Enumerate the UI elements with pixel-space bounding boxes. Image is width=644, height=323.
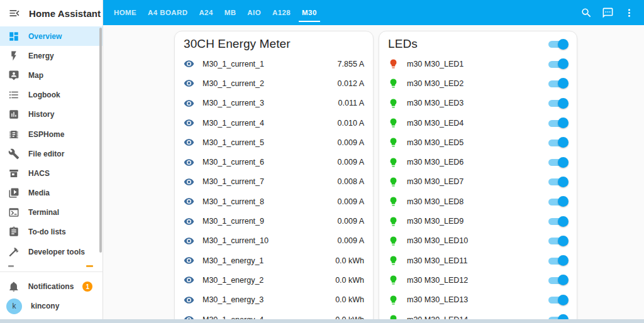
led-row[interactable]: m30 M30_LED3 xyxy=(388,94,568,113)
led-row[interactable]: m30 M30_LED7 xyxy=(388,172,568,192)
kebab-menu-icon[interactable] xyxy=(623,7,635,19)
toggle-switch[interactable] xyxy=(548,118,568,129)
eye-icon[interactable] xyxy=(184,275,194,285)
toggle-switch[interactable] xyxy=(548,137,568,148)
entity-row[interactable]: M30_1_current_20.012 A xyxy=(184,74,364,93)
toggle-switch[interactable] xyxy=(548,78,568,89)
eye-icon[interactable] xyxy=(184,216,194,227)
notification-count-badge: 1 xyxy=(82,282,92,292)
sidebar-item-notifications[interactable]: Notifications 1 xyxy=(0,277,103,296)
sidebar-item-logbook[interactable]: Logbook xyxy=(0,85,103,105)
tab-a24[interactable]: A24 xyxy=(193,0,218,25)
sidebar-item-file-editor[interactable]: File editor xyxy=(0,144,103,163)
eye-icon[interactable] xyxy=(184,196,194,207)
tab-a4-board[interactable]: A4 BOARD xyxy=(142,0,193,25)
led-row[interactable]: m30 M30_LED13 xyxy=(388,290,568,310)
assist-chat-icon[interactable] xyxy=(602,7,614,19)
tab-mb[interactable]: MB xyxy=(219,0,242,25)
eye-icon[interactable] xyxy=(184,98,194,109)
lightbulb-icon[interactable] xyxy=(388,137,399,148)
led-row[interactable]: m30 M30_LED9 xyxy=(388,211,568,231)
toggle-switch[interactable] xyxy=(548,97,568,109)
entity-row[interactable]: M30_1_current_70.008 A xyxy=(184,172,364,192)
sidebar-item-user[interactable]: k kincony xyxy=(0,297,103,315)
lightbulb-icon[interactable] xyxy=(388,216,399,227)
lightbulb-icon[interactable] xyxy=(388,275,399,285)
lightbulb-icon[interactable] xyxy=(388,177,399,187)
eye-icon[interactable] xyxy=(184,58,194,69)
entity-row[interactable]: M30_1_current_90.009 A xyxy=(184,211,364,231)
eye-icon[interactable] xyxy=(184,236,194,246)
sidebar-item-label: Energy xyxy=(28,52,54,60)
sidebar-item-overview[interactable]: Overview xyxy=(0,26,103,46)
lightbulb-icon[interactable] xyxy=(388,157,399,168)
sidebar-item-media[interactable]: Media xyxy=(0,183,103,203)
sidebar-item-esphome[interactable]: ESPHome xyxy=(0,124,103,144)
eye-icon[interactable] xyxy=(184,78,194,89)
entity-row[interactable]: M30_1_energy_10.0 kWh xyxy=(184,251,364,270)
bell-icon xyxy=(8,281,19,292)
tab-home[interactable]: HOME xyxy=(108,0,142,25)
eye-icon[interactable] xyxy=(184,255,194,266)
toggle-switch[interactable] xyxy=(548,275,568,286)
toggle-switch[interactable] xyxy=(548,156,568,168)
lightbulb-icon[interactable] xyxy=(388,295,399,305)
eye-icon[interactable] xyxy=(184,137,194,148)
lightbulb-icon[interactable] xyxy=(388,78,399,89)
toggle-switch[interactable] xyxy=(548,196,568,207)
sidebar-item-developer-tools[interactable]: Developer tools xyxy=(0,242,103,261)
sidebar-item-to-do-lists[interactable]: To-do lists xyxy=(0,222,103,242)
led-row[interactable]: m30 M30_LED5 xyxy=(388,133,568,152)
search-icon[interactable] xyxy=(580,7,592,19)
lightbulb-icon[interactable] xyxy=(388,58,399,69)
toggle-switch[interactable] xyxy=(548,235,568,246)
entity-row[interactable]: M30_1_energy_20.0 kWh xyxy=(184,270,364,290)
sidebar-item-energy[interactable]: Energy xyxy=(0,46,103,65)
sidebar-item-label: Overview xyxy=(28,32,62,41)
sidebar-item-terminal[interactable]: Terminal xyxy=(0,203,103,222)
toggle-switch[interactable] xyxy=(548,294,568,305)
tab-a128[interactable]: A128 xyxy=(267,0,296,25)
led-row[interactable]: m30 M30_LED1 xyxy=(388,54,568,74)
sidebar-item-history[interactable]: History xyxy=(0,105,103,124)
sidebar-item-map[interactable]: Map xyxy=(0,65,103,85)
led-row[interactable]: m30 M30_LED10 xyxy=(388,231,568,251)
energy-meter-card: 30CH Energy Meter M30_1_current_17.855 A… xyxy=(174,31,374,323)
toggle-switch[interactable] xyxy=(548,255,568,266)
entity-row[interactable]: M30_1_current_17.855 A xyxy=(184,54,364,74)
entity-row[interactable]: M30_1_current_100.009 A xyxy=(184,231,364,251)
entity-row[interactable]: M30_1_current_40.010 A xyxy=(184,113,364,133)
sidebar-item-hacs[interactable]: HACS xyxy=(0,163,103,183)
led-row[interactable]: m30 M30_LED12 xyxy=(388,270,568,290)
entity-row[interactable]: M30_1_current_30.011 A xyxy=(184,94,364,113)
lightbulb-icon[interactable] xyxy=(388,255,399,266)
entity-row[interactable]: M30_1_current_80.009 A xyxy=(184,192,364,211)
menu-open-icon[interactable] xyxy=(8,7,21,19)
entity-row[interactable]: M30_1_current_50.009 A xyxy=(184,133,364,152)
led-row[interactable]: m30 M30_LED2 xyxy=(388,74,568,93)
tab-m30[interactable]: M30 xyxy=(296,0,323,25)
toggle-switch[interactable] xyxy=(548,58,568,70)
lightbulb-icon[interactable] xyxy=(388,118,399,128)
sidebar-scrollbar[interactable] xyxy=(99,28,102,253)
led-row[interactable]: m30 M30_LED8 xyxy=(388,192,568,211)
toggle-switch[interactable] xyxy=(548,216,568,227)
eye-icon[interactable] xyxy=(184,295,194,305)
eye-icon[interactable] xyxy=(184,157,194,168)
led-row[interactable]: m30 M30_LED6 xyxy=(388,152,568,172)
led-row[interactable]: m30 M30_LED4 xyxy=(388,113,568,133)
entity-row[interactable]: M30_1_energy_30.0 kWh xyxy=(184,290,364,310)
horizontal-scrollbar[interactable] xyxy=(0,319,644,323)
home-assistant-app: HOMEA4 BOARDA24MBAIOA128M30 Home Assista… xyxy=(0,0,644,323)
leds-master-toggle[interactable] xyxy=(548,38,568,50)
entity-value: 0.009 A xyxy=(338,217,364,226)
entity-row[interactable]: M30_1_current_60.009 A xyxy=(184,152,364,172)
eye-icon[interactable] xyxy=(184,118,194,128)
eye-icon[interactable] xyxy=(184,177,194,187)
lightbulb-icon[interactable] xyxy=(388,196,399,207)
tab-aio[interactable]: AIO xyxy=(242,0,267,25)
lightbulb-icon[interactable] xyxy=(388,236,399,246)
lightbulb-icon[interactable] xyxy=(388,98,399,109)
led-row[interactable]: m30 M30_LED11 xyxy=(388,251,568,270)
toggle-switch[interactable] xyxy=(548,176,568,187)
